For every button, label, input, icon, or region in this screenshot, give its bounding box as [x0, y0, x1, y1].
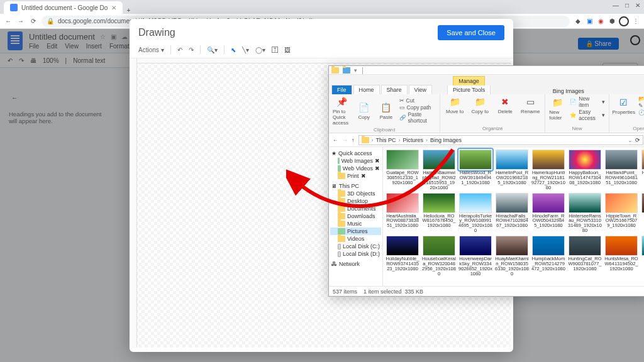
- file-thumbnail[interactable]: HouseboatKerala_ROW3200482956_1920x1080: [422, 236, 456, 277]
- shape-tool-icon[interactable]: ◯▾: [255, 47, 265, 53]
- text-tool-icon[interactable]: 🅃: [272, 47, 278, 53]
- nav-back-icon[interactable]: ←: [333, 137, 338, 143]
- file-thumbnail[interactable]: HainichBaumwipfelpfad_ROW2218515953_1920…: [422, 150, 456, 190]
- file-thumbnail[interactable]: HuayMaeKhamin_ROW1580356330_1920x1080: [495, 236, 529, 277]
- ribbon-pasteshortcut-button[interactable]: 🔗 Paste shortcut: [399, 111, 436, 124]
- ribbon-cut-button[interactable]: ✂ Cut: [399, 97, 436, 104]
- close-tab-icon[interactable]: ✕: [111, 4, 116, 11]
- image-tool-icon[interactable]: 🖼: [284, 47, 291, 53]
- ribbon-edit-button[interactable]: ✎ Edit: [638, 102, 644, 109]
- select-tool-icon[interactable]: ⬉: [231, 47, 236, 53]
- browser-tab[interactable]: Untitled document - Google Do ✕: [4, 1, 123, 14]
- address-breadcrumb[interactable]: › This PC› Pictures› Bing Images ⌄ ⟳: [358, 135, 644, 145]
- tree-item[interactable]: Print ✖: [330, 172, 381, 180]
- file-thumbnail[interactable]: HinterseeRamsau_ROW5331031489_1920x1080: [568, 193, 602, 234]
- window-close-icon[interactable]: ✕: [635, 2, 640, 9]
- file-thumbnail[interactable]: HolidayNubble_ROW9374143523_1920x1080: [386, 236, 419, 277]
- forward-icon[interactable]: →: [16, 18, 25, 25]
- ribbon-copypath-button[interactable]: ▭ Copy path: [399, 104, 436, 111]
- file-thumbnail[interactable]: HappyBalloon_ROW1474730408_1920x1080: [568, 150, 602, 190]
- file-thumbnail[interactable]: HinodeFarm_ROW0504329845_1920x1080: [531, 193, 565, 234]
- favicon-docs: [10, 4, 18, 11]
- file-thumbnail[interactable]: HippieTown_ROW2516675079_1920x1080: [604, 193, 638, 234]
- file-thumbnail[interactable]: HallesWood_ROW3918494941_1920x1080: [458, 150, 492, 190]
- redo-icon[interactable]: ↷: [189, 47, 194, 53]
- window-maximize-icon[interactable]: □: [625, 2, 629, 9]
- actions-menu[interactable]: Actions ▾: [138, 47, 164, 53]
- line-tool-icon[interactable]: ╲▾: [242, 47, 249, 53]
- drawing-title: Drawing: [138, 27, 175, 38]
- folder-icon: [362, 137, 369, 143]
- file-thumbnail[interactable]: HierapolisTurkey_ROW1089914695_1920x1080: [458, 193, 492, 234]
- nav-up-icon[interactable]: ↑: [352, 137, 355, 143]
- undo-icon[interactable]: ↶: [177, 47, 182, 53]
- tree-item[interactable]: Web Images ✖: [330, 157, 381, 165]
- ribbon-pin-button[interactable]: 📌Pin to Quick access: [333, 96, 351, 126]
- file-grid[interactable]: Guatape_ROW3085912330_1920x1080HainichBa…: [383, 147, 644, 286]
- window-minimize-icon[interactable]: —: [613, 2, 619, 9]
- zoom-icon[interactable]: 🔍▾: [207, 47, 218, 53]
- file-thumbnail[interactable]: Hog_: [641, 193, 644, 234]
- refresh-icon[interactable]: ⟳: [635, 137, 640, 143]
- reload-icon[interactable]: ⟳: [29, 18, 38, 25]
- extension-icon[interactable]: ◉: [596, 17, 605, 26]
- ribbon-tab-share[interactable]: Share: [381, 85, 408, 94]
- ribbon-easyaccess-button[interactable]: ⭐ Easy access ▾: [570, 109, 604, 121]
- tree-item[interactable]: Videos: [330, 235, 381, 243]
- file-explorer-window: ▾ │ File Home Share View Manage Picture …: [328, 65, 644, 297]
- ribbon-tab-home[interactable]: Home: [353, 85, 380, 94]
- ribbon-delete-button[interactable]: ✖Delete: [494, 96, 516, 114]
- ruler-horizontal: [132, 58, 511, 63]
- window-folder-icon: [331, 67, 339, 74]
- file-thumbnail[interactable]: HeartAustralia_ROW0887383851_1920x1080: [386, 193, 419, 234]
- ribbon-history-button[interactable]: 🕘 History: [638, 109, 644, 116]
- back-icon[interactable]: ←: [4, 18, 13, 25]
- new-tab-button[interactable]: +: [123, 7, 134, 14]
- tree-item[interactable]: Local Disk (C:): [330, 243, 381, 250]
- file-thumbnail[interactable]: Hya_: [641, 236, 644, 277]
- ribbon-tab-manage[interactable]: Manage: [453, 76, 485, 85]
- file-thumbnail[interactable]: HamerkopHunting_ROW2118192727_1920x1080: [531, 150, 565, 190]
- ruler-vertical: [132, 58, 137, 348]
- ribbon-tab-view[interactable]: View: [409, 85, 432, 94]
- save-and-close-button[interactable]: Save and Close: [438, 25, 504, 40]
- ribbon-properties-button[interactable]: ☑Properties: [613, 96, 635, 115]
- file-thumbnail[interactable]: Guatape_ROW3085912330_1920x1080: [386, 150, 419, 190]
- ribbon-moveto-button[interactable]: 📁Move to: [444, 96, 465, 114]
- file-thumbnail[interactable]: HuntsMesa_ROW6413194502_1920x1080: [604, 236, 638, 277]
- ribbon-copyto-button[interactable]: 📁Copy to: [469, 96, 491, 114]
- ribbon-open-button[interactable]: 📂 Open ▾: [638, 96, 644, 102]
- file-thumbnail[interactable]: HamelinPool_ROW2019682185_1920x1080: [495, 150, 529, 190]
- extension-icon[interactable]: ▣: [585, 17, 594, 26]
- file-thumbnail[interactable]: Heliodoxa_ROW8167678450_1920x1080: [422, 193, 456, 234]
- window-folder-icon: [343, 67, 350, 74]
- ribbon-rename-button[interactable]: ▭Rename: [519, 96, 541, 114]
- extension-icon[interactable]: ◆: [574, 17, 582, 26]
- tree-quickaccess[interactable]: ★ Quick access: [330, 150, 381, 157]
- file-thumbnail[interactable]: HumpbackMom_ROW5214279472_1920x1080: [531, 236, 565, 277]
- explorer-title: Bing Images: [553, 88, 584, 94]
- lock-icon: 🔒: [47, 18, 54, 25]
- file-thumbnail[interactable]: HovenweepDarkSky_ROW3349026852_1920x1080: [458, 236, 492, 277]
- ribbon-newfolder-button[interactable]: 📁New folder: [549, 96, 566, 121]
- file-thumbnail[interactable]: HimachalFalls_ROW4710280467_1920x1080: [495, 193, 529, 234]
- chrome-menu-icon[interactable]: ⋮: [631, 17, 640, 26]
- tree-item[interactable]: Local Disk (D:): [330, 250, 381, 258]
- status-count: 537 items: [333, 288, 357, 295]
- nav-forward-icon[interactable]: →: [342, 137, 348, 143]
- drawing-toolbar: Actions ▾ ↶ ↷ 🔍▾ ⬉ ╲▾ ◯▾ 🅃 🖼: [130, 43, 513, 58]
- ribbon-tab-picture-tools[interactable]: Picture Tools: [447, 85, 491, 94]
- ribbon-paste-button[interactable]: 📋Paste: [377, 101, 395, 120]
- tree-item[interactable]: Music: [330, 220, 381, 228]
- ribbon-newitem-button[interactable]: 📄 New item ▾: [570, 96, 604, 108]
- file-thumbnail[interactable]: Hatz_ROW6342029: [641, 150, 644, 190]
- file-thumbnail[interactable]: HartlandPoint_ROW4961048151_1920x1080: [604, 150, 638, 190]
- ribbon-copy-button[interactable]: 📄Copy: [355, 101, 373, 120]
- file-thumbnail[interactable]: HuntingCat_ROW9003781077_1920x1080: [568, 236, 602, 277]
- window-controls: — □ ✕: [613, 2, 640, 9]
- tab-title: Untitled document - Google Do: [21, 4, 108, 11]
- profile-avatar[interactable]: [619, 16, 629, 26]
- ribbon-tab-file[interactable]: File: [331, 85, 352, 94]
- extension-icon[interactable]: ⬢: [608, 17, 616, 26]
- tree-network[interactable]: 🖧 Network: [330, 260, 381, 268]
